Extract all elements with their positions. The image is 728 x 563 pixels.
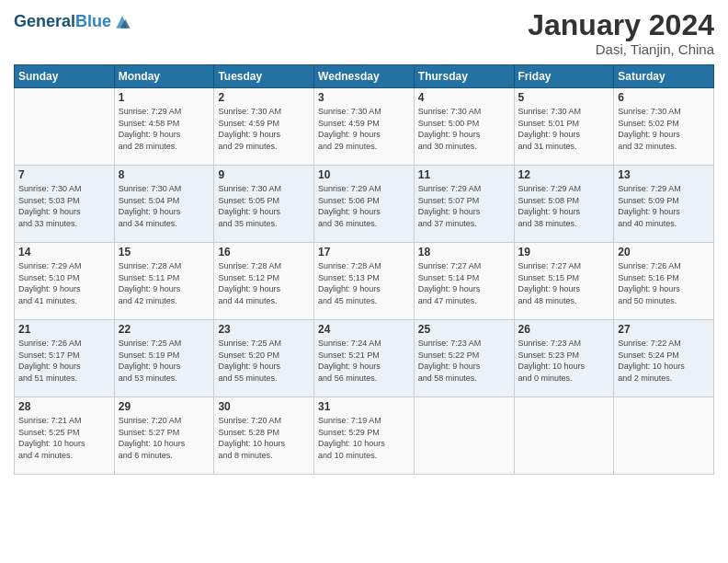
day-info: Sunrise: 7:29 AM Sunset: 5:07 PM Dayligh… bbox=[418, 183, 510, 229]
day-cell: 8Sunrise: 7:30 AM Sunset: 5:04 PM Daylig… bbox=[114, 166, 214, 243]
day-cell: 23Sunrise: 7:25 AM Sunset: 5:20 PM Dayli… bbox=[214, 320, 314, 397]
day-number: 2 bbox=[218, 91, 310, 104]
day-cell: 10Sunrise: 7:29 AM Sunset: 5:06 PM Dayli… bbox=[314, 166, 415, 243]
day-info: Sunrise: 7:30 AM Sunset: 5:05 PM Dayligh… bbox=[218, 183, 310, 229]
location: Dasi, Tianjin, China bbox=[528, 41, 714, 57]
day-number: 10 bbox=[318, 168, 410, 181]
day-number: 3 bbox=[318, 91, 410, 104]
day-number: 27 bbox=[618, 323, 710, 336]
day-number: 14 bbox=[18, 246, 110, 259]
day-cell: 2Sunrise: 7:30 AM Sunset: 4:59 PM Daylig… bbox=[214, 88, 314, 166]
day-info: Sunrise: 7:30 AM Sunset: 5:02 PM Dayligh… bbox=[618, 106, 710, 152]
day-number: 22 bbox=[119, 323, 210, 336]
day-number: 11 bbox=[418, 168, 510, 181]
day-info: Sunrise: 7:25 AM Sunset: 5:19 PM Dayligh… bbox=[119, 338, 210, 384]
day-info: Sunrise: 7:29 AM Sunset: 5:06 PM Dayligh… bbox=[318, 183, 410, 229]
day-cell: 18Sunrise: 7:27 AM Sunset: 5:14 PM Dayli… bbox=[414, 243, 514, 320]
day-info: Sunrise: 7:28 AM Sunset: 5:13 PM Dayligh… bbox=[318, 260, 410, 306]
logo: GeneralBlue bbox=[14, 13, 131, 31]
day-number: 1 bbox=[119, 91, 210, 104]
week-row-4: 21Sunrise: 7:26 AM Sunset: 5:17 PM Dayli… bbox=[15, 320, 714, 397]
day-info: Sunrise: 7:24 AM Sunset: 5:21 PM Dayligh… bbox=[318, 338, 410, 384]
col-header-monday: Monday bbox=[114, 65, 214, 88]
day-number: 28 bbox=[18, 400, 110, 413]
day-info: Sunrise: 7:30 AM Sunset: 4:59 PM Dayligh… bbox=[218, 106, 310, 152]
header-row: SundayMondayTuesdayWednesdayThursdayFrid… bbox=[15, 65, 714, 88]
day-info: Sunrise: 7:19 AM Sunset: 5:29 PM Dayligh… bbox=[318, 415, 410, 461]
day-number: 16 bbox=[218, 246, 310, 259]
day-info: Sunrise: 7:30 AM Sunset: 5:04 PM Dayligh… bbox=[119, 183, 210, 229]
day-number: 7 bbox=[18, 168, 110, 181]
day-info: Sunrise: 7:26 AM Sunset: 5:17 PM Dayligh… bbox=[18, 338, 110, 384]
day-number: 8 bbox=[119, 168, 210, 181]
week-row-3: 14Sunrise: 7:29 AM Sunset: 5:10 PM Dayli… bbox=[15, 243, 714, 320]
week-row-2: 7Sunrise: 7:30 AM Sunset: 5:03 PM Daylig… bbox=[15, 166, 714, 243]
day-number: 13 bbox=[618, 168, 710, 181]
day-info: Sunrise: 7:28 AM Sunset: 5:12 PM Dayligh… bbox=[218, 260, 310, 306]
day-number: 30 bbox=[218, 400, 310, 413]
day-cell: 11Sunrise: 7:29 AM Sunset: 5:07 PM Dayli… bbox=[414, 166, 514, 243]
day-cell: 14Sunrise: 7:29 AM Sunset: 5:10 PM Dayli… bbox=[15, 243, 115, 320]
day-cell: 13Sunrise: 7:29 AM Sunset: 5:09 PM Dayli… bbox=[614, 166, 714, 243]
col-header-saturday: Saturday bbox=[614, 65, 714, 88]
logo-icon bbox=[113, 13, 131, 31]
day-info: Sunrise: 7:29 AM Sunset: 5:09 PM Dayligh… bbox=[618, 183, 710, 229]
day-info: Sunrise: 7:29 AM Sunset: 5:08 PM Dayligh… bbox=[518, 183, 610, 229]
day-info: Sunrise: 7:30 AM Sunset: 5:03 PM Dayligh… bbox=[18, 183, 110, 229]
day-info: Sunrise: 7:20 AM Sunset: 5:28 PM Dayligh… bbox=[218, 415, 310, 461]
day-number: 29 bbox=[119, 400, 210, 413]
day-info: Sunrise: 7:30 AM Sunset: 5:00 PM Dayligh… bbox=[418, 106, 510, 152]
day-cell: 21Sunrise: 7:26 AM Sunset: 5:17 PM Dayli… bbox=[15, 320, 115, 397]
day-cell: 30Sunrise: 7:20 AM Sunset: 5:28 PM Dayli… bbox=[214, 397, 314, 475]
day-info: Sunrise: 7:23 AM Sunset: 5:23 PM Dayligh… bbox=[518, 338, 610, 384]
logo-text: GeneralBlue bbox=[14, 13, 111, 31]
col-header-sunday: Sunday bbox=[15, 65, 115, 88]
day-cell: 1Sunrise: 7:29 AM Sunset: 4:58 PM Daylig… bbox=[114, 88, 214, 166]
day-cell: 20Sunrise: 7:26 AM Sunset: 5:16 PM Dayli… bbox=[614, 243, 714, 320]
day-number: 21 bbox=[18, 323, 110, 336]
day-number: 12 bbox=[518, 168, 610, 181]
day-number: 26 bbox=[518, 323, 610, 336]
day-cell: 22Sunrise: 7:25 AM Sunset: 5:19 PM Dayli… bbox=[114, 320, 214, 397]
day-cell: 26Sunrise: 7:23 AM Sunset: 5:23 PM Dayli… bbox=[514, 320, 614, 397]
calendar-table: SundayMondayTuesdayWednesdayThursdayFrid… bbox=[14, 64, 714, 475]
day-cell bbox=[15, 88, 115, 166]
day-number: 31 bbox=[318, 400, 410, 413]
day-cell bbox=[414, 397, 514, 475]
day-number: 25 bbox=[418, 323, 510, 336]
day-number: 18 bbox=[418, 246, 510, 259]
day-info: Sunrise: 7:27 AM Sunset: 5:15 PM Dayligh… bbox=[518, 260, 610, 306]
day-number: 17 bbox=[318, 246, 410, 259]
day-cell: 16Sunrise: 7:28 AM Sunset: 5:12 PM Dayli… bbox=[214, 243, 314, 320]
day-cell: 27Sunrise: 7:22 AM Sunset: 5:24 PM Dayli… bbox=[614, 320, 714, 397]
calendar-header: GeneralBlue January 2024 Dasi, Tianjin, … bbox=[14, 9, 714, 57]
day-info: Sunrise: 7:23 AM Sunset: 5:22 PM Dayligh… bbox=[418, 338, 510, 384]
col-header-friday: Friday bbox=[514, 65, 614, 88]
day-cell bbox=[514, 397, 614, 475]
day-number: 4 bbox=[418, 91, 510, 104]
col-header-wednesday: Wednesday bbox=[314, 65, 415, 88]
day-cell bbox=[614, 397, 714, 475]
calendar-container: GeneralBlue January 2024 Dasi, Tianjin, … bbox=[0, 0, 728, 484]
week-row-1: 1Sunrise: 7:29 AM Sunset: 4:58 PM Daylig… bbox=[15, 88, 714, 166]
day-number: 24 bbox=[318, 323, 410, 336]
week-row-5: 28Sunrise: 7:21 AM Sunset: 5:25 PM Dayli… bbox=[15, 397, 714, 475]
day-info: Sunrise: 7:21 AM Sunset: 5:25 PM Dayligh… bbox=[18, 415, 110, 461]
day-number: 6 bbox=[618, 91, 710, 104]
day-cell: 29Sunrise: 7:20 AM Sunset: 5:27 PM Dayli… bbox=[114, 397, 214, 475]
day-number: 19 bbox=[518, 246, 610, 259]
day-cell: 12Sunrise: 7:29 AM Sunset: 5:08 PM Dayli… bbox=[514, 166, 614, 243]
day-cell: 17Sunrise: 7:28 AM Sunset: 5:13 PM Dayli… bbox=[314, 243, 415, 320]
day-cell: 24Sunrise: 7:24 AM Sunset: 5:21 PM Dayli… bbox=[314, 320, 415, 397]
day-cell: 3Sunrise: 7:30 AM Sunset: 4:59 PM Daylig… bbox=[314, 88, 415, 166]
day-number: 20 bbox=[618, 246, 710, 259]
day-number: 5 bbox=[518, 91, 610, 104]
day-cell: 9Sunrise: 7:30 AM Sunset: 5:05 PM Daylig… bbox=[214, 166, 314, 243]
day-info: Sunrise: 7:27 AM Sunset: 5:14 PM Dayligh… bbox=[418, 260, 510, 306]
col-header-tuesday: Tuesday bbox=[214, 65, 314, 88]
day-info: Sunrise: 7:20 AM Sunset: 5:27 PM Dayligh… bbox=[119, 415, 210, 461]
day-info: Sunrise: 7:26 AM Sunset: 5:16 PM Dayligh… bbox=[618, 260, 710, 306]
day-info: Sunrise: 7:30 AM Sunset: 4:59 PM Dayligh… bbox=[318, 106, 410, 152]
day-info: Sunrise: 7:22 AM Sunset: 5:24 PM Dayligh… bbox=[618, 338, 710, 384]
day-cell: 19Sunrise: 7:27 AM Sunset: 5:15 PM Dayli… bbox=[514, 243, 614, 320]
